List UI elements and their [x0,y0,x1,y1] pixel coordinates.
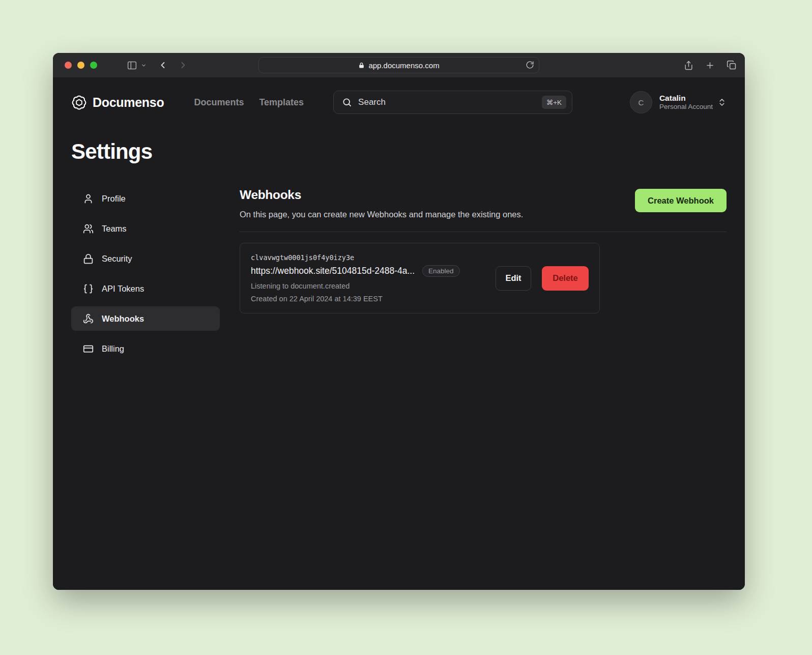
tab-overview-icon[interactable] [727,60,737,70]
delete-webhook-button[interactable]: Delete [542,266,589,291]
page-title: Settings [71,139,727,164]
sidebar-chevron-down-icon[interactable] [141,63,147,68]
webhook-url: https://webhook.site/5104815d-2488-4a... [251,266,415,276]
sidebar-item-webhooks[interactable]: Webhooks [71,306,220,331]
browser-window: app.documenso.com Doc [53,53,745,590]
sidebar-item-label: Billing [102,344,124,354]
sidebar-item-profile[interactable]: Profile [71,186,220,211]
webhook-trigger-text: Listening to document.created [251,282,460,290]
brand-name: Documenso [93,95,164,110]
avatar-initial: C [639,98,644,107]
share-icon[interactable] [684,60,693,71]
lock-icon [83,253,94,264]
avatar: C [630,91,652,113]
address-bar[interactable]: app.documenso.com [258,57,539,73]
search-input[interactable] [358,97,536,107]
chevrons-up-down-icon [717,98,727,107]
webhook-created-text: Created on 22 April 2024 at 14:39 EEST [251,295,460,303]
sidebar-item-billing[interactable]: Billing [71,336,220,361]
sidebar-item-label: Webhooks [102,314,144,324]
reload-icon[interactable] [526,61,534,69]
status-badge: Enabled [422,265,460,277]
search-bar[interactable]: ⌘+K [333,91,572,114]
forward-button-icon[interactable] [178,60,188,70]
main-nav: Documents Templates [194,97,304,108]
zoom-window-button[interactable] [90,62,97,69]
close-window-button[interactable] [65,62,72,69]
settings-sidebar: Profile Teams Security [71,186,220,361]
account-type: Personal Account [659,103,713,111]
search-shortcut-badge: ⌘+K [542,96,566,109]
search-icon [342,97,352,107]
lock-icon [358,62,365,69]
sidebar-item-label: Teams [102,224,127,234]
section-divider [240,232,727,232]
minimize-window-button[interactable] [77,62,84,69]
user-icon [83,193,94,204]
window-controls [65,62,97,69]
nav-documents[interactable]: Documents [194,97,244,108]
user-name: Catalin [659,93,713,103]
app-header: Documenso Documents Templates ⌘+K C Cata… [71,77,727,114]
nav-templates[interactable]: Templates [259,97,304,108]
edit-webhook-button[interactable]: Edit [496,266,531,291]
credit-card-icon [83,344,94,354]
webhook-id: clvavwgtw0001js0f4y0izy3e [251,253,460,262]
browser-titlebar: app.documenso.com [53,53,745,77]
sidebar-item-api-tokens[interactable]: API Tokens [71,276,220,301]
create-webhook-button[interactable]: Create Webhook [635,189,727,212]
documenso-logo-icon [71,95,87,110]
app-content: Documenso Documents Templates ⌘+K C Cata… [53,77,745,590]
braces-icon [83,283,94,294]
webhook-card: clvavwgtw0001js0f4y0izy3e https://webhoo… [240,243,600,314]
new-tab-icon[interactable] [705,61,715,70]
sidebar-item-label: Profile [102,194,126,204]
users-icon [83,223,94,234]
account-menu[interactable]: C Catalin Personal Account [630,91,727,113]
sidebar-item-security[interactable]: Security [71,246,220,271]
sidebar-toggle-icon[interactable] [127,60,137,71]
back-button-icon[interactable] [158,60,168,70]
webhooks-panel: Webhooks On this page, you can create ne… [240,186,727,361]
sidebar-item-label: API Tokens [102,284,144,294]
address-text: app.documenso.com [368,61,439,70]
sidebar-item-label: Security [102,254,132,264]
sidebar-item-teams[interactable]: Teams [71,216,220,241]
documenso-logo[interactable]: Documenso [71,95,164,110]
webhook-icon [83,314,94,324]
